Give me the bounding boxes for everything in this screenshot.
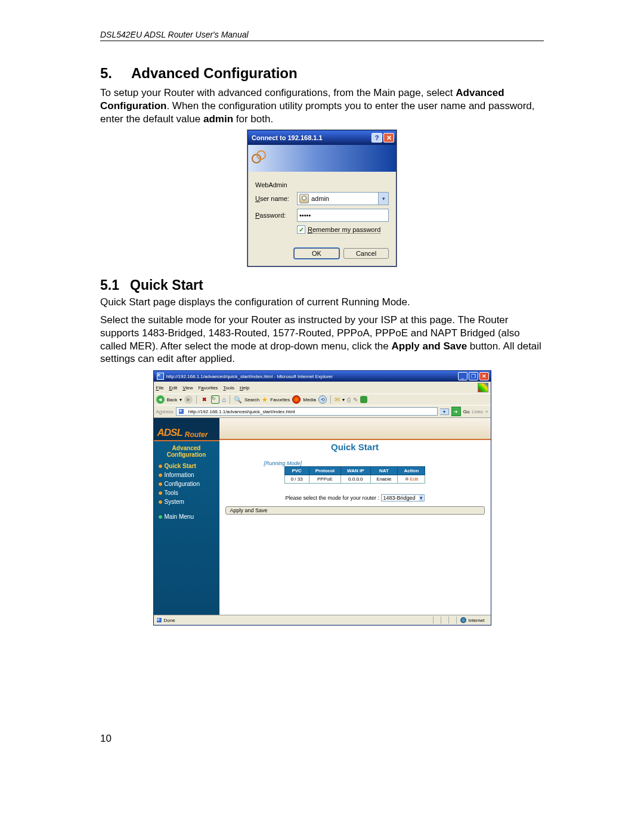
links-chevron-icon[interactable]: » bbox=[485, 409, 488, 414]
th-action: Action bbox=[398, 467, 425, 475]
print-button[interactable]: ⎙ bbox=[347, 397, 351, 403]
separator bbox=[230, 395, 230, 404]
separator bbox=[330, 395, 331, 404]
th-wan-ip: WAN IP bbox=[341, 467, 370, 475]
sidebar-item-system[interactable]: System bbox=[159, 497, 219, 506]
links-label[interactable]: Links bbox=[472, 409, 483, 414]
menu-view[interactable]: View bbox=[182, 385, 193, 391]
menu-favorites[interactable]: Favorites bbox=[198, 385, 218, 391]
back-label[interactable]: Back bbox=[167, 397, 178, 402]
sidebar-item-quick-start[interactable]: Quick Start bbox=[159, 462, 219, 470]
section51-p2: Select the suitable mode for your Router… bbox=[100, 314, 544, 366]
menu-file[interactable]: File bbox=[156, 385, 164, 391]
status-segment bbox=[441, 617, 448, 624]
dialog-title: Connect to 192.168.1.1 bbox=[252, 134, 370, 141]
sidebar-item-main-menu[interactable]: Main Menu bbox=[159, 512, 219, 521]
sidebar-title: Advanced Configuration bbox=[154, 441, 219, 462]
address-dropdown[interactable]: ▾ bbox=[440, 408, 449, 415]
mail-drop[interactable]: ▾ bbox=[342, 397, 345, 402]
login-dialog: Connect to 192.168.1.1 ? ✕ WebAdmin User… bbox=[247, 130, 397, 267]
go-button[interactable]: ➜ bbox=[451, 407, 461, 416]
close-button[interactable]: ✕ bbox=[383, 133, 394, 143]
text: To setup your Router with advanced confi… bbox=[100, 87, 456, 98]
remember-checkbox[interactable]: ✓ bbox=[297, 225, 305, 234]
ie-window: http://192.168.1.1/advanced/quick_start/… bbox=[153, 370, 491, 625]
history-button[interactable]: ⟲ bbox=[318, 395, 327, 404]
apply-save-button[interactable]: Apply and Save bbox=[225, 506, 485, 515]
back-drop[interactable]: ▾ bbox=[179, 397, 182, 402]
refresh-button[interactable]: ↻ bbox=[211, 395, 219, 404]
sidebar-item-information[interactable]: Information bbox=[159, 470, 219, 479]
heading-5: 5.Advanced Configuration bbox=[100, 65, 544, 82]
password-input[interactable]: ••••• bbox=[297, 209, 389, 222]
bullet-icon bbox=[159, 491, 162, 495]
router-brand: ADSL Router bbox=[154, 418, 219, 441]
running-mode-label: [Running Mode] bbox=[264, 460, 485, 466]
menu-edit[interactable]: Edit bbox=[169, 385, 177, 391]
edit-button[interactable]: ✎ bbox=[353, 397, 358, 403]
section51-p1: Quick Start page displays the configurat… bbox=[100, 296, 544, 309]
sidebar-item-tools[interactable]: Tools bbox=[159, 488, 219, 497]
ie-title-text: http://192.168.1.1/advanced/quick_start/… bbox=[166, 374, 457, 379]
messenger-icon[interactable] bbox=[360, 396, 367, 403]
heading-5-title: Advanced Configuration bbox=[131, 65, 298, 81]
sidebar-item-label: System bbox=[165, 498, 184, 505]
ie-menubar[interactable]: File Edit View Favorites Tools Help bbox=[154, 382, 491, 394]
heading-5-1-title: Quick Start bbox=[130, 277, 203, 293]
back-button[interactable]: ◄ bbox=[156, 395, 165, 404]
gear-icon: ✲ bbox=[405, 476, 409, 482]
media-icon[interactable] bbox=[292, 395, 301, 404]
td-action[interactable]: ✲Edit bbox=[398, 475, 425, 484]
restore-button[interactable]: ❐ bbox=[469, 372, 478, 380]
favorites-label[interactable]: Favorites bbox=[270, 397, 290, 402]
ie-icon bbox=[157, 373, 164, 380]
dialog-titlebar[interactable]: Connect to 192.168.1.1 ? ✕ bbox=[248, 131, 396, 145]
forward-button[interactable]: ► bbox=[184, 395, 193, 404]
close-button[interactable]: ✕ bbox=[479, 372, 489, 380]
sidebar-item-label: Tools bbox=[165, 490, 178, 496]
media-label[interactable]: Media bbox=[303, 397, 316, 402]
edit-link[interactable]: Edit bbox=[410, 476, 419, 482]
windows-logo-icon bbox=[478, 383, 488, 392]
ie-titlebar[interactable]: http://192.168.1.1/advanced/quick_start/… bbox=[154, 371, 491, 382]
sidebar-item-label: Quick Start bbox=[165, 463, 196, 469]
page-icon bbox=[156, 617, 162, 623]
th-nat: NAT bbox=[370, 467, 398, 475]
address-input[interactable]: http://192.168.1.1/advanced/quick_start/… bbox=[176, 407, 438, 416]
sidebar-item-label: Information bbox=[165, 472, 194, 478]
menu-tools[interactable]: Tools bbox=[223, 385, 234, 391]
menu-help[interactable]: Help bbox=[240, 385, 249, 391]
home-button[interactable]: ⌂ bbox=[222, 396, 226, 403]
remember-label[interactable]: Remember my password bbox=[308, 226, 380, 234]
ok-button[interactable]: OK bbox=[294, 248, 339, 259]
mode-select[interactable]: 1483-Bridged bbox=[381, 494, 425, 501]
bullet-icon bbox=[159, 465, 162, 468]
bullet-icon bbox=[159, 500, 162, 504]
go-label[interactable]: Go bbox=[463, 409, 470, 414]
password-value: ••••• bbox=[299, 212, 311, 219]
mode-select-label: Please select the mode for your router : bbox=[285, 495, 379, 501]
heading-5-1-number: 5.1 bbox=[100, 277, 130, 293]
favorites-icon[interactable]: ★ bbox=[262, 396, 268, 404]
minimize-button[interactable]: _ bbox=[458, 372, 467, 380]
heading-5-number: 5. bbox=[100, 65, 131, 82]
page-number: 10 bbox=[100, 733, 544, 745]
mail-button[interactable]: ✉ bbox=[335, 396, 340, 404]
stop-button[interactable]: ✖ bbox=[200, 395, 209, 404]
username-dropdown-button[interactable]: ▾ bbox=[378, 192, 389, 205]
cancel-button[interactable]: Cancel bbox=[343, 248, 389, 259]
search-icon[interactable]: 🔍 bbox=[234, 396, 242, 404]
username-input[interactable]: admin bbox=[297, 192, 378, 205]
brand-adsl: ADSL bbox=[157, 427, 182, 439]
th-protocol: Protocol bbox=[309, 467, 340, 475]
sidebar-item-configuration[interactable]: Configuration bbox=[159, 479, 219, 488]
help-button[interactable]: ? bbox=[371, 133, 382, 143]
content-title: Quick Start bbox=[225, 442, 485, 452]
separator bbox=[196, 395, 197, 404]
search-label[interactable]: Search bbox=[244, 397, 259, 402]
status-zone: Internet bbox=[456, 617, 488, 624]
text: for both. bbox=[233, 113, 273, 125]
td-protocol: PPPoE bbox=[309, 475, 340, 484]
status-zone-label: Internet bbox=[468, 618, 484, 623]
status-segment bbox=[433, 617, 441, 624]
